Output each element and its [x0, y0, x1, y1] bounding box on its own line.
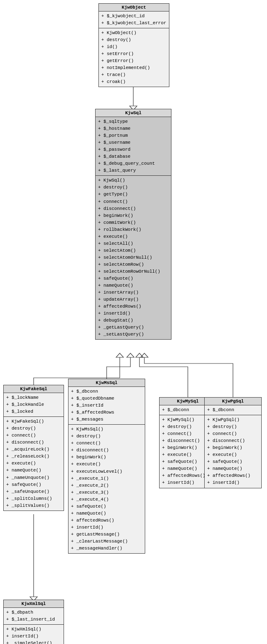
method-item: + _execute_3()	[71, 489, 142, 496]
method-item: + execute()	[207, 451, 259, 458]
method-item: + _clearLastMessage()	[71, 538, 142, 545]
method-item: + execute()	[98, 233, 169, 240]
field-item: + $_password	[98, 146, 169, 153]
method-item: + safeQuote()	[71, 503, 142, 510]
method-item: + affectedRows()	[207, 472, 259, 479]
kjwpgsql-title: KjwPgSql	[205, 398, 261, 405]
method-item: + insertId()	[207, 479, 259, 486]
kjwsql-fields: + $_sqltype + $_hostname + $_portnum + $…	[96, 117, 171, 176]
method-item: + disconnect()	[98, 205, 169, 212]
method-item: + trace()	[101, 71, 167, 78]
kjwobject-box: KjwObject + $_kjwobject_id + $_kjwobject…	[98, 3, 169, 87]
method-item: + _releaseLock()	[6, 453, 61, 460]
svg-marker-3	[127, 353, 134, 357]
diagram-container: KjwObject + $_kjwobject_id + $_kjwobject…	[0, 0, 267, 644]
method-item: + destroy()	[98, 184, 169, 191]
method-item: + getError()	[101, 58, 167, 64]
field-item: + $_last_query	[98, 167, 169, 174]
method-item: + debugStat()	[98, 317, 169, 324]
method-item: + insertId()	[6, 633, 61, 640]
kjwfakesql-fields: + $_lockName + $_lockHandle + $_locked	[4, 393, 64, 417]
method-item: + disconnect()	[6, 439, 61, 446]
field-item: + $_quotedDbname	[71, 395, 142, 402]
field-item: + $_hostname	[98, 125, 169, 132]
field-item: + $_sqltype	[98, 118, 169, 125]
method-item: + _messageHandler()	[71, 545, 142, 552]
field-item: + $_lockHandle	[6, 401, 61, 408]
method-item: + beginWork()	[98, 212, 169, 219]
kjwsql-methods: + KjwSql() + destroy() + getType() + con…	[96, 176, 171, 339]
kjwpgsql-box: KjwPgSql + $_dbconn + KjwPgSql() + destr…	[204, 397, 262, 488]
method-item: + _splitValues()	[6, 502, 61, 509]
method-item: + id()	[101, 44, 167, 51]
method-item: + KjwXmlSql()	[6, 626, 61, 633]
method-item: + _execute_4()	[71, 496, 142, 503]
method-item: + setError()	[101, 51, 167, 58]
method-item: + insertId()	[98, 310, 169, 317]
svg-marker-4	[136, 353, 143, 357]
method-item: + _simpleSelect()	[6, 640, 61, 644]
field-item: + $_username	[98, 139, 169, 146]
kjwxmlsql-box: KjwXmlSql + $_dbpath + $_last_insert_id …	[3, 600, 64, 644]
method-item: + destroy()	[207, 423, 259, 430]
method-item: + beginWork()	[207, 444, 259, 451]
field-item: + $_dbconn	[207, 407, 259, 414]
method-item: + selectAtomRow()	[98, 261, 169, 268]
kjwmssql-methods: + KjwMsSql() + destroy() + connect() + d…	[68, 425, 145, 553]
method-item: + execute()	[71, 461, 142, 468]
kjwmssql-fields: + $_dbconn + $_quotedDbname + $_insertId…	[68, 387, 145, 425]
method-item: + _safeUnquote()	[6, 488, 61, 495]
field-item: + $_kjwobject_id	[101, 13, 167, 20]
field-item: + $_portnum	[98, 132, 169, 139]
field-item: + $_locked	[6, 408, 61, 415]
method-item: + connect()	[98, 198, 169, 205]
method-item: + connect()	[6, 432, 61, 439]
kjwsql-title: KjwSql	[96, 109, 171, 117]
field-item: + $_messages	[71, 416, 142, 423]
method-item: + _execute_1()	[71, 475, 142, 482]
kjwmssql-title: KjwMsSql	[68, 379, 145, 387]
method-item: + insertArray()	[98, 289, 169, 296]
method-item: + selectAll()	[98, 240, 169, 247]
method-item: + selectAtomOrNull()	[98, 254, 169, 261]
method-item: + destroy()	[101, 37, 167, 44]
method-item: + KjwPgSql()	[207, 416, 259, 423]
method-item: + affectedRows()	[71, 517, 142, 524]
method-item: + _nameUnquote()	[6, 474, 61, 481]
field-item: + $_insertId	[71, 402, 142, 409]
method-item: + execute()	[6, 460, 61, 467]
kjwxmlsql-fields: + $_dbpath + $_last_insert_id	[4, 608, 64, 625]
field-item: + $_database	[98, 153, 169, 160]
kjwfakesql-box: KjwFakeSql + $_lockName + $_lockHandle +…	[3, 385, 64, 511]
method-item: + _splitColumns()	[6, 495, 61, 502]
kjwobject-title: KjwObject	[99, 4, 169, 12]
method-item: + _execute_2()	[71, 482, 142, 489]
method-item: + disconnect()	[207, 437, 259, 444]
kjwobject-fields: + $_kjwobject_id + $_kjwobject_last_erro…	[99, 12, 169, 28]
method-item: + KjwMsSql()	[71, 426, 142, 433]
method-item: + getLastMessage()	[71, 531, 142, 538]
kjwfakesql-title: KjwFakeSql	[4, 385, 64, 393]
kjwxmlsql-title: KjwXmlSql	[4, 600, 64, 608]
kjwpgsql-fields: + $_dbconn	[205, 405, 261, 415]
method-item: + nameQuote()	[98, 282, 169, 289]
method-item: + getType()	[98, 191, 169, 198]
method-item: + connect()	[71, 440, 142, 447]
method-item: + connect()	[207, 430, 259, 437]
method-item: + safeQuote()	[98, 275, 169, 282]
method-item: + destroy()	[71, 433, 142, 440]
method-item: + _acquireLock()	[6, 446, 61, 453]
method-item: + disconnect()	[71, 447, 142, 454]
field-item: + $_last_insert_id	[6, 616, 61, 623]
kjwsql-box: KjwSql + $_sqltype + $_hostname + $_port…	[95, 109, 171, 340]
method-item: + _setLastQuery()	[98, 331, 169, 338]
method-item: + _getLastQuery()	[98, 324, 169, 331]
field-item: + $_dbpath	[6, 609, 61, 616]
method-item: + croak()	[101, 78, 167, 85]
svg-marker-5	[141, 353, 148, 357]
method-item: + selectAtomRowOrNull()	[98, 268, 169, 275]
method-item: + updateArray()	[98, 296, 169, 303]
kjwobject-methods: + KjwObject() + destroy() + id() + setEr…	[99, 28, 169, 87]
method-item: + executeLowLevel()	[71, 468, 142, 475]
method-item: + selectAtom()	[98, 247, 169, 254]
